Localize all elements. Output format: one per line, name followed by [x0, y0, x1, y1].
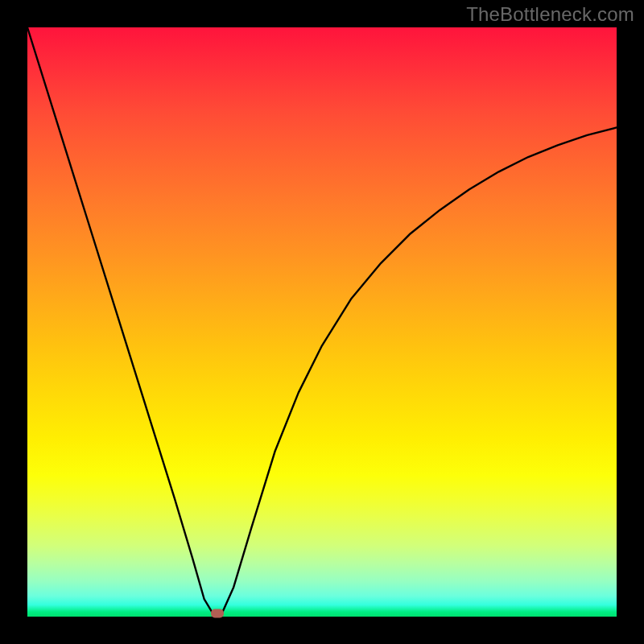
chart-frame: TheBottleneck.com — [0, 0, 644, 644]
watermark-text: TheBottleneck.com — [466, 3, 634, 26]
curve-layer — [27, 27, 617, 617]
optimal-point-marker — [211, 609, 224, 617]
plot-background-gradient — [27, 27, 617, 617]
bottleneck-curve — [27, 27, 617, 613]
